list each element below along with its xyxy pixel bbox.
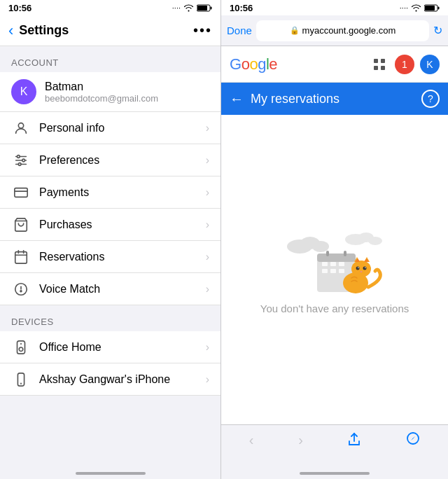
- wifi-icon: [183, 4, 194, 12]
- reservations-title: My reservations: [251, 92, 414, 106]
- chevron-payments: ›: [206, 186, 209, 199]
- devices-section-header: Devices: [0, 305, 220, 331]
- reservations-title-bar: ← My reservations ?: [221, 83, 448, 115]
- apps-grid-button[interactable]: [370, 55, 389, 74]
- google-header: Google 1 K: [221, 46, 448, 83]
- credit-card-icon: [11, 183, 31, 202]
- menu-item-voice-match[interactable]: Voice Match ›: [0, 273, 220, 305]
- status-time-right: 10:56: [230, 3, 253, 13]
- svg-point-33: [312, 241, 329, 252]
- status-bar-left: 10:56 ····: [0, 0, 220, 15]
- browser-address-bar[interactable]: 🔒 myaccount.google.com: [256, 20, 429, 41]
- svg-marker-60: [411, 436, 415, 440]
- chevron-preferences: ›: [206, 154, 209, 167]
- speaker-icon: [11, 338, 31, 357]
- svg-rect-40: [330, 262, 336, 266]
- browser-done-button[interactable]: Done: [227, 25, 252, 36]
- status-bar-right: 10:56 ····: [221, 0, 448, 15]
- svg-rect-39: [322, 262, 328, 266]
- phone-icon: [11, 370, 31, 389]
- svg-rect-29: [374, 66, 378, 70]
- svg-point-20: [19, 347, 23, 352]
- svg-rect-27: [374, 59, 378, 63]
- browser-back-button[interactable]: ‹: [244, 429, 260, 451]
- battery-icon-right: [424, 4, 440, 12]
- svg-point-7: [18, 155, 20, 158]
- devices-menu-group: Office Home › Akshay Gangwar's iPhone ›: [0, 331, 220, 396]
- user-avatar-google[interactable]: K: [420, 55, 440, 74]
- right-panel: 10:56 ···· Done 🔒 myaccount.google.com ↻: [221, 0, 448, 479]
- account-name: Batman: [45, 81, 158, 93]
- svg-point-8: [22, 159, 25, 162]
- browser-bottom-bar: ‹ ›: [221, 424, 448, 455]
- account-row[interactable]: K Batman beebomdotcom@gmail.com: [0, 72, 220, 112]
- svg-point-36: [368, 237, 382, 245]
- svg-rect-41: [339, 262, 344, 266]
- empty-illustration: [279, 225, 391, 303]
- svg-point-57: [360, 271, 363, 272]
- logo-g2: g: [258, 55, 266, 73]
- browser-share-button[interactable]: [342, 428, 367, 452]
- reservations-help-button[interactable]: ?: [421, 90, 440, 108]
- back-button[interactable]: ‹: [8, 22, 13, 40]
- svg-point-9: [18, 162, 21, 165]
- svg-point-56: [365, 267, 366, 268]
- reservations-content: You don't have any reservations: [221, 115, 448, 424]
- svg-point-3: [18, 123, 23, 127]
- svg-rect-28: [381, 59, 385, 63]
- status-icons-right: ····: [400, 4, 440, 12]
- notification-badge[interactable]: 1: [395, 55, 414, 74]
- more-button[interactable]: •••: [193, 22, 212, 39]
- svg-rect-10: [15, 188, 27, 197]
- battery-icon-left: [197, 4, 212, 12]
- menu-label-preferences: Preferences: [39, 154, 206, 167]
- svg-point-55: [358, 267, 359, 268]
- account-email: beebomdotcom@gmail.com: [45, 93, 158, 104]
- menu-item-personal-info[interactable]: Personal info ›: [0, 112, 220, 144]
- svg-rect-38: [317, 254, 356, 262]
- svg-rect-25: [438, 6, 440, 9]
- menu-item-iphone[interactable]: Akshay Gangwar's iPhone ›: [0, 363, 220, 396]
- chevron-voice-match: ›: [206, 283, 209, 296]
- browser-url: myaccount.google.com: [302, 25, 396, 36]
- signal-icon-right: ····: [400, 4, 408, 12]
- signal-icon: ····: [172, 4, 181, 12]
- menu-label-reservations: Reservations: [39, 251, 206, 263]
- wifi-icon-right: [411, 4, 421, 12]
- menu-item-reservations[interactable]: Reservations ›: [0, 241, 220, 273]
- logo-o2: o: [249, 55, 258, 73]
- svg-rect-1: [211, 6, 212, 9]
- chevron-iphone: ›: [206, 373, 209, 386]
- menu-label-voice-match: Voice Match: [39, 283, 206, 296]
- browser-forward-button[interactable]: ›: [293, 429, 309, 451]
- svg-rect-44: [339, 269, 344, 273]
- menu-item-payments[interactable]: Payments ›: [0, 176, 220, 209]
- browser-compass-button[interactable]: [400, 429, 426, 452]
- menu-item-office-home[interactable]: Office Home ›: [0, 331, 220, 363]
- svg-rect-2: [197, 6, 207, 11]
- svg-rect-43: [330, 269, 336, 273]
- google-logo: Google: [230, 55, 277, 74]
- chevron-personal-info: ›: [206, 122, 209, 134]
- reservations-back-button[interactable]: ←: [230, 91, 244, 107]
- home-indicator-left: [76, 472, 146, 475]
- empty-state-message: You don't have any reservations: [260, 303, 409, 314]
- menu-label-payments: Payments: [39, 186, 206, 199]
- status-icons-left: ····: [172, 4, 212, 12]
- bottom-bar-right: [221, 455, 448, 479]
- menu-item-preferences[interactable]: Preferences ›: [0, 144, 220, 176]
- menu-item-purchases[interactable]: Purchases ›: [0, 209, 220, 241]
- chevron-reservations: ›: [206, 251, 209, 263]
- cart-icon: [11, 215, 31, 235]
- svg-point-18: [20, 290, 22, 291]
- chevron-office-home: ›: [206, 341, 209, 354]
- svg-rect-45: [326, 251, 329, 256]
- svg-point-53: [356, 266, 360, 270]
- svg-rect-30: [381, 66, 385, 70]
- svg-point-48: [351, 261, 371, 277]
- browser-reload-button[interactable]: ↻: [433, 24, 442, 37]
- bottom-bar-left: [0, 455, 220, 479]
- account-menu-group: Personal info › Preferences ›: [0, 112, 220, 305]
- svg-rect-42: [322, 269, 328, 273]
- account-info: Batman beebomdotcom@gmail.com: [45, 81, 158, 104]
